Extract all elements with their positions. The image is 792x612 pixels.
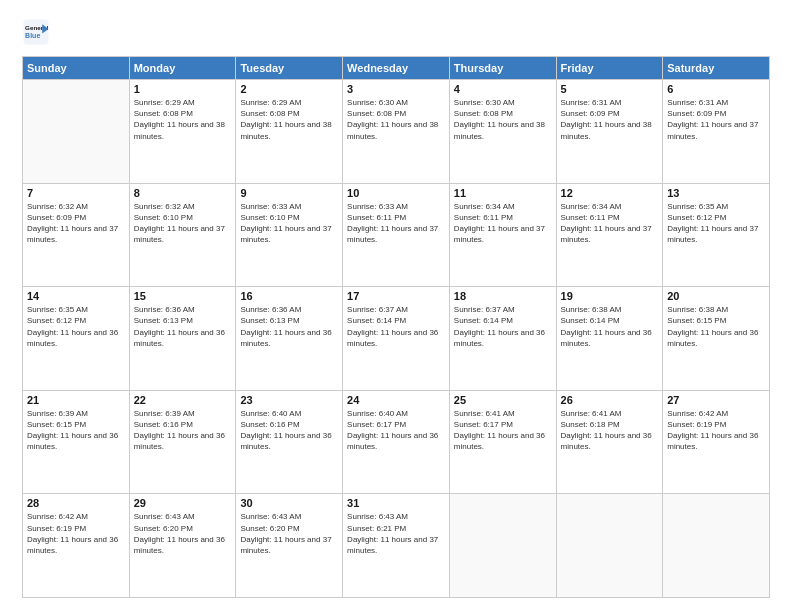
day-number: 11 [454, 187, 552, 199]
day-info: Sunrise: 6:37 AMSunset: 6:14 PMDaylight:… [454, 305, 545, 348]
day-number: 14 [27, 290, 125, 302]
day-info: Sunrise: 6:38 AMSunset: 6:14 PMDaylight:… [561, 305, 652, 348]
day-info: Sunrise: 6:40 AMSunset: 6:16 PMDaylight:… [240, 409, 331, 452]
weekday-header-row: SundayMondayTuesdayWednesdayThursdayFrid… [23, 57, 770, 80]
day-number: 30 [240, 497, 338, 509]
day-info: Sunrise: 6:36 AMSunset: 6:13 PMDaylight:… [240, 305, 331, 348]
day-number: 13 [667, 187, 765, 199]
day-info: Sunrise: 6:32 AMSunset: 6:09 PMDaylight:… [27, 202, 118, 245]
day-info: Sunrise: 6:40 AMSunset: 6:17 PMDaylight:… [347, 409, 438, 452]
weekday-header-saturday: Saturday [663, 57, 770, 80]
day-number: 31 [347, 497, 445, 509]
day-info: Sunrise: 6:33 AMSunset: 6:11 PMDaylight:… [347, 202, 438, 245]
day-number: 24 [347, 394, 445, 406]
day-number: 16 [240, 290, 338, 302]
day-info: Sunrise: 6:35 AMSunset: 6:12 PMDaylight:… [27, 305, 118, 348]
day-info: Sunrise: 6:32 AMSunset: 6:10 PMDaylight:… [134, 202, 225, 245]
calendar-cell: 5 Sunrise: 6:31 AMSunset: 6:09 PMDayligh… [556, 80, 663, 184]
day-number: 25 [454, 394, 552, 406]
day-number: 15 [134, 290, 232, 302]
day-info: Sunrise: 6:34 AMSunset: 6:11 PMDaylight:… [454, 202, 545, 245]
day-number: 3 [347, 83, 445, 95]
calendar-cell: 6 Sunrise: 6:31 AMSunset: 6:09 PMDayligh… [663, 80, 770, 184]
day-number: 1 [134, 83, 232, 95]
day-info: Sunrise: 6:30 AMSunset: 6:08 PMDaylight:… [454, 98, 545, 141]
day-number: 4 [454, 83, 552, 95]
calendar-cell [23, 80, 130, 184]
calendar-cell: 1 Sunrise: 6:29 AMSunset: 6:08 PMDayligh… [129, 80, 236, 184]
calendar-cell: 14 Sunrise: 6:35 AMSunset: 6:12 PMDaylig… [23, 287, 130, 391]
day-number: 10 [347, 187, 445, 199]
calendar-cell: 2 Sunrise: 6:29 AMSunset: 6:08 PMDayligh… [236, 80, 343, 184]
day-info: Sunrise: 6:30 AMSunset: 6:08 PMDaylight:… [347, 98, 438, 141]
header: General Blue [22, 18, 770, 46]
week-row-2: 7 Sunrise: 6:32 AMSunset: 6:09 PMDayligh… [23, 183, 770, 287]
logo: General Blue [22, 18, 50, 46]
day-number: 21 [27, 394, 125, 406]
calendar-cell: 17 Sunrise: 6:37 AMSunset: 6:14 PMDaylig… [343, 287, 450, 391]
day-info: Sunrise: 6:35 AMSunset: 6:12 PMDaylight:… [667, 202, 758, 245]
calendar-cell [449, 494, 556, 598]
calendar-cell: 21 Sunrise: 6:39 AMSunset: 6:15 PMDaylig… [23, 390, 130, 494]
day-info: Sunrise: 6:42 AMSunset: 6:19 PMDaylight:… [27, 512, 118, 555]
calendar-cell: 31 Sunrise: 6:43 AMSunset: 6:21 PMDaylig… [343, 494, 450, 598]
week-row-4: 21 Sunrise: 6:39 AMSunset: 6:15 PMDaylig… [23, 390, 770, 494]
calendar-cell: 13 Sunrise: 6:35 AMSunset: 6:12 PMDaylig… [663, 183, 770, 287]
weekday-header-tuesday: Tuesday [236, 57, 343, 80]
day-number: 29 [134, 497, 232, 509]
calendar-cell: 22 Sunrise: 6:39 AMSunset: 6:16 PMDaylig… [129, 390, 236, 494]
day-number: 23 [240, 394, 338, 406]
day-info: Sunrise: 6:39 AMSunset: 6:16 PMDaylight:… [134, 409, 225, 452]
calendar-cell: 28 Sunrise: 6:42 AMSunset: 6:19 PMDaylig… [23, 494, 130, 598]
calendar-cell: 23 Sunrise: 6:40 AMSunset: 6:16 PMDaylig… [236, 390, 343, 494]
day-info: Sunrise: 6:43 AMSunset: 6:21 PMDaylight:… [347, 512, 438, 555]
day-number: 9 [240, 187, 338, 199]
calendar-cell: 3 Sunrise: 6:30 AMSunset: 6:08 PMDayligh… [343, 80, 450, 184]
day-number: 27 [667, 394, 765, 406]
calendar-cell: 11 Sunrise: 6:34 AMSunset: 6:11 PMDaylig… [449, 183, 556, 287]
day-info: Sunrise: 6:36 AMSunset: 6:13 PMDaylight:… [134, 305, 225, 348]
calendar-cell: 16 Sunrise: 6:36 AMSunset: 6:13 PMDaylig… [236, 287, 343, 391]
calendar-cell: 18 Sunrise: 6:37 AMSunset: 6:14 PMDaylig… [449, 287, 556, 391]
day-info: Sunrise: 6:42 AMSunset: 6:19 PMDaylight:… [667, 409, 758, 452]
day-number: 18 [454, 290, 552, 302]
day-number: 28 [27, 497, 125, 509]
calendar-table: SundayMondayTuesdayWednesdayThursdayFrid… [22, 56, 770, 598]
day-number: 12 [561, 187, 659, 199]
calendar-cell [663, 494, 770, 598]
calendar-cell: 8 Sunrise: 6:32 AMSunset: 6:10 PMDayligh… [129, 183, 236, 287]
calendar-cell: 26 Sunrise: 6:41 AMSunset: 6:18 PMDaylig… [556, 390, 663, 494]
day-info: Sunrise: 6:31 AMSunset: 6:09 PMDaylight:… [667, 98, 758, 141]
day-number: 20 [667, 290, 765, 302]
calendar-cell: 30 Sunrise: 6:43 AMSunset: 6:20 PMDaylig… [236, 494, 343, 598]
day-info: Sunrise: 6:43 AMSunset: 6:20 PMDaylight:… [134, 512, 225, 555]
calendar-cell: 4 Sunrise: 6:30 AMSunset: 6:08 PMDayligh… [449, 80, 556, 184]
calendar-cell: 25 Sunrise: 6:41 AMSunset: 6:17 PMDaylig… [449, 390, 556, 494]
calendar-cell: 29 Sunrise: 6:43 AMSunset: 6:20 PMDaylig… [129, 494, 236, 598]
day-info: Sunrise: 6:41 AMSunset: 6:18 PMDaylight:… [561, 409, 652, 452]
svg-text:Blue: Blue [25, 32, 40, 39]
day-info: Sunrise: 6:33 AMSunset: 6:10 PMDaylight:… [240, 202, 331, 245]
day-number: 2 [240, 83, 338, 95]
week-row-3: 14 Sunrise: 6:35 AMSunset: 6:12 PMDaylig… [23, 287, 770, 391]
day-info: Sunrise: 6:38 AMSunset: 6:15 PMDaylight:… [667, 305, 758, 348]
calendar-cell: 7 Sunrise: 6:32 AMSunset: 6:09 PMDayligh… [23, 183, 130, 287]
calendar-cell: 9 Sunrise: 6:33 AMSunset: 6:10 PMDayligh… [236, 183, 343, 287]
day-info: Sunrise: 6:37 AMSunset: 6:14 PMDaylight:… [347, 305, 438, 348]
day-number: 8 [134, 187, 232, 199]
day-info: Sunrise: 6:41 AMSunset: 6:17 PMDaylight:… [454, 409, 545, 452]
weekday-header-sunday: Sunday [23, 57, 130, 80]
day-info: Sunrise: 6:29 AMSunset: 6:08 PMDaylight:… [134, 98, 225, 141]
day-info: Sunrise: 6:39 AMSunset: 6:15 PMDaylight:… [27, 409, 118, 452]
weekday-header-monday: Monday [129, 57, 236, 80]
weekday-header-friday: Friday [556, 57, 663, 80]
day-info: Sunrise: 6:29 AMSunset: 6:08 PMDaylight:… [240, 98, 331, 141]
calendar-cell: 12 Sunrise: 6:34 AMSunset: 6:11 PMDaylig… [556, 183, 663, 287]
calendar-cell: 19 Sunrise: 6:38 AMSunset: 6:14 PMDaylig… [556, 287, 663, 391]
weekday-header-wednesday: Wednesday [343, 57, 450, 80]
day-number: 5 [561, 83, 659, 95]
day-info: Sunrise: 6:34 AMSunset: 6:11 PMDaylight:… [561, 202, 652, 245]
calendar-cell: 20 Sunrise: 6:38 AMSunset: 6:15 PMDaylig… [663, 287, 770, 391]
calendar-cell: 10 Sunrise: 6:33 AMSunset: 6:11 PMDaylig… [343, 183, 450, 287]
week-row-1: 1 Sunrise: 6:29 AMSunset: 6:08 PMDayligh… [23, 80, 770, 184]
